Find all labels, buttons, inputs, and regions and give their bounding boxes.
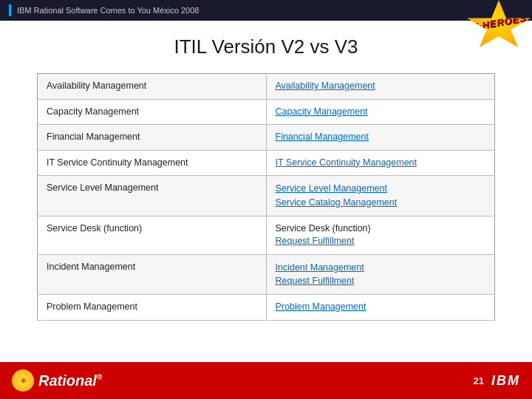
header-title: IBM Rational Software Comes to You Méxic… <box>17 6 199 15</box>
col2-link-2[interactable]: Request Fulfillment <box>276 274 486 288</box>
col1-text: Service Desk (function) <box>47 223 142 233</box>
col1-cell: IT Service Continuity Management <box>38 150 267 176</box>
col1-text: Capacity Management <box>47 106 139 117</box>
col2-link-1[interactable]: Incident Management <box>276 261 486 275</box>
comparison-table: Availability Management Availability Man… <box>37 73 495 321</box>
hero-badge-inner: K·HEROES <box>466 0 532 52</box>
col1-cell: Availability Management <box>38 74 267 100</box>
col1-text: Problem Management <box>47 301 137 312</box>
col1-text: Financial Management <box>47 132 140 142</box>
table-row: Problem Management Problem Management <box>38 295 495 321</box>
registered-mark: ® <box>97 373 102 381</box>
table-row: Service Level Management Service Level M… <box>38 176 495 216</box>
hero-badge-text: K·HEROES <box>470 12 527 33</box>
col2-link[interactable]: Request Fulfillment <box>276 236 355 246</box>
ibm-logo: IBM <box>491 373 520 389</box>
col2-link-2[interactable]: Service Catalog Management <box>276 196 486 210</box>
main-content: ITIL Versión V2 vs V3 Availability Manag… <box>0 21 532 335</box>
col1-text: Service Level Management <box>47 183 158 193</box>
col2-cell: Service Level Management Service Catalog… <box>266 176 495 216</box>
col2-link[interactable]: IT Service Continuity Management <box>276 157 417 168</box>
col1-cell: Incident Management <box>38 254 267 295</box>
col1-cell: Capacity Management <box>38 99 267 125</box>
rational-logo-text: Rational® <box>38 372 102 389</box>
col2-cell: Incident Management Request Fulfillment <box>266 254 495 295</box>
col1-text: Incident Management <box>47 262 135 272</box>
table-row: Capacity Management Capacity Management <box>38 99 495 125</box>
col2-link[interactable]: Financial Management <box>276 132 369 142</box>
col2-cell: Capacity Management <box>266 99 495 125</box>
col1-cell: Financial Management <box>38 125 267 151</box>
col2-cell: IT Service Continuity Management <box>266 150 495 176</box>
rational-sun-icon: ☀ <box>12 369 34 392</box>
footer: ☀ Rational® 21 IBM <box>0 362 532 399</box>
col2-link[interactable]: Problem Management <box>276 301 366 312</box>
col2-link[interactable]: Availability Management <box>276 81 375 91</box>
footer-right: 21 IBM <box>474 373 520 389</box>
col2-cell: Availability Management <box>266 74 495 100</box>
page-title-text: ITIL Versión V2 vs V3 <box>174 35 358 58</box>
col1-cell: Problem Management <box>38 295 267 321</box>
col2-cell: Problem Management <box>266 295 495 321</box>
table-row: Financial Management Financial Managemen… <box>38 125 495 151</box>
col1-cell: Service Level Management <box>38 176 267 216</box>
table-row: Availability Management Availability Man… <box>38 74 495 100</box>
footer-logo: ☀ Rational® <box>12 369 102 392</box>
col2-plain-text: Service Desk (function) <box>276 223 371 233</box>
page-title: ITIL Versión V2 vs V3 <box>37 35 495 58</box>
col2-link-1[interactable]: Service Level Management <box>276 182 486 196</box>
hero-badge: K·HEROES <box>466 0 532 52</box>
col2-link[interactable]: Capacity Management <box>276 106 368 117</box>
header-bar: IBM Rational Software Comes to You Méxic… <box>0 0 532 21</box>
table-row: IT Service Continuity Management IT Serv… <box>38 150 495 176</box>
col1-text: IT Service Continuity Management <box>47 157 188 168</box>
col1-cell: Service Desk (function) <box>38 216 267 254</box>
header-accent-line <box>9 4 11 16</box>
col2-cell: Financial Management <box>266 125 495 151</box>
col2-cell: Service Desk (function) Request Fulfillm… <box>266 216 495 254</box>
page-number: 21 <box>474 375 484 386</box>
table-row: Service Desk (function) Service Desk (fu… <box>38 216 495 254</box>
table-row: Incident Management Incident Management … <box>38 254 495 295</box>
col1-text: Availability Management <box>47 81 146 91</box>
